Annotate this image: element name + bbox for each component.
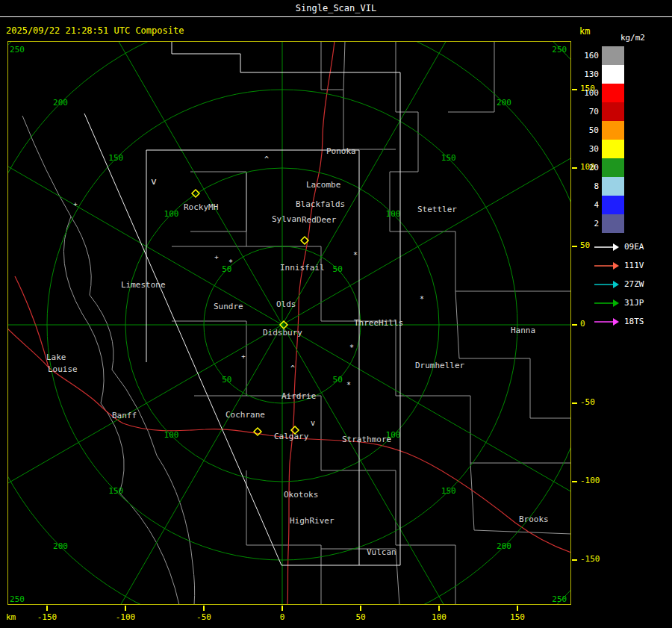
radar-arrow-icon: [593, 261, 620, 270]
town-marker: v: [311, 419, 315, 427]
highway-line: [7, 329, 295, 438]
right-axis-tick-label: -50: [580, 397, 595, 407]
range-ring-label: 200: [53, 541, 68, 551]
city-label: RockyMH: [184, 202, 218, 212]
radar-legend-entry: 111V: [593, 256, 644, 275]
range-ring-label: 250: [10, 594, 25, 604]
range-ring-label: 200: [497, 541, 511, 551]
bottom-axis-tick: [517, 606, 518, 611]
range-ring-label: 250: [552, 45, 567, 55]
range-ring-label: 150: [108, 153, 123, 163]
radar-id-label: 18TS: [624, 317, 644, 326]
right-axis-tick-label: -150: [580, 554, 600, 564]
range-ring-label: 50: [222, 375, 231, 385]
range-ring-label: 100: [164, 430, 179, 440]
colorbar-value-label: 30: [582, 144, 599, 154]
city-label: Blackfalds: [296, 199, 345, 209]
town-marker: *: [228, 258, 233, 267]
colorbar-swatch: [602, 196, 624, 214]
radar-arrow-icon: [593, 243, 620, 252]
radar-id-label: 09EA: [624, 242, 644, 252]
highway-line: [15, 276, 49, 367]
town-marker: *: [346, 381, 351, 389]
town-marker: *: [349, 343, 354, 352]
right-axis-tick: [572, 167, 577, 169]
radar-legend-entry: 31JP: [593, 293, 644, 312]
colorbar-swatch: [602, 177, 624, 196]
right-axis-tick: [572, 89, 577, 90]
city-label: Ponoka: [326, 146, 356, 156]
bottom-axis-tick-label: 50: [344, 612, 377, 622]
bottom-axis-tick: [438, 606, 440, 611]
radar-site-legend: 09EA111V27ZW31JP18TS: [593, 237, 644, 331]
city-label: Innisfail: [280, 263, 325, 273]
city-label: Lacombe: [306, 180, 340, 190]
colorbar-swatch: [602, 46, 624, 65]
colorbar-entry: 130: [582, 65, 624, 84]
range-ring-label: 200: [53, 98, 68, 108]
colorbar-value-label: 130: [582, 69, 599, 79]
radar-viewer-window: Single_Scan_VIL 2025/09/22 21:28:51 UTC …: [0, 0, 672, 628]
colorbar-entry: 8: [582, 177, 624, 196]
colorbar-entry: 4: [582, 196, 624, 214]
right-axis-tick: [572, 481, 577, 482]
range-ring-label: 100: [386, 209, 401, 219]
colorbar-entry: 2: [582, 214, 624, 233]
radar-map-canvas[interactable]: 5050505010010010010015015015015020020020…: [7, 41, 571, 605]
map-area[interactable]: 5050505010010010010015015015015020020020…: [7, 41, 571, 605]
colorbar-value-label: 4: [582, 200, 599, 210]
bottom-axis-tick-label: -150: [31, 612, 63, 622]
bottom-axis-tick: [203, 606, 205, 611]
right-axis-tick-label: 50: [580, 240, 590, 250]
county-boundary: [396, 321, 571, 463]
county-boundary: [455, 291, 571, 418]
colorbar-entry: 160: [582, 46, 624, 65]
highway-line: [295, 438, 571, 553]
county-boundary: [390, 41, 571, 291]
city-label: Okotoks: [284, 490, 318, 500]
right-axis-tick: [572, 246, 577, 247]
bottom-axis-tick: [360, 606, 361, 611]
bottom-axis-tick-label: -50: [187, 612, 220, 622]
colorbar-entry: 30: [582, 140, 624, 158]
right-axis-tick: [572, 402, 577, 404]
city-label: Vulcan: [367, 547, 396, 557]
radar-id-label: 31JP: [624, 298, 644, 308]
colorbar-entry: 100: [582, 84, 624, 102]
colorbar-entry: 20: [582, 158, 624, 177]
bottom-axis-tick-label: -100: [109, 612, 142, 622]
county-boundary: [321, 549, 399, 605]
city-label: Banff: [112, 411, 137, 420]
colorbar-value-label: 100: [582, 88, 599, 98]
radar-arrow-icon: [593, 317, 620, 326]
colorbar-swatch: [602, 158, 624, 177]
colorbar-value-label: 20: [582, 163, 599, 172]
right-axis-tick: [572, 559, 577, 561]
colorbar-swatch: [602, 140, 624, 158]
radar-legend-entry: 18TS: [593, 312, 644, 331]
county-boundary: [246, 172, 396, 321]
town-marker: ^: [290, 364, 295, 373]
colorbar-swatch: [602, 84, 624, 102]
right-axis-tick-label: -100: [580, 476, 600, 485]
bottom-axis-tick-label: 150: [501, 612, 534, 622]
colorbar-value-label: 70: [582, 107, 599, 116]
county-boundary: [343, 41, 345, 90]
colorbar-swatch: [602, 65, 624, 84]
town-marker: ^: [264, 155, 269, 164]
city-label: Didsbury: [263, 328, 302, 338]
range-ring-label: 50: [333, 375, 343, 385]
city-label: Sylvan: [272, 214, 302, 224]
city-label: Brooks: [519, 514, 549, 524]
radar-legend-entry: 09EA: [593, 237, 644, 256]
colorbar-swatch: [602, 214, 624, 233]
town-marker: v: [151, 175, 157, 187]
range-ring-label: 150: [441, 153, 456, 163]
colorbar-unit-label: kg/m2: [602, 33, 645, 43]
town-marker: *: [420, 295, 424, 303]
city-label: Drumheller: [415, 361, 465, 370]
window-title: Single_Scan_VIL: [296, 3, 376, 13]
range-ring-label: 150: [441, 486, 456, 496]
city-label: Stettler: [417, 205, 457, 214]
colorbar-value-label: 2: [582, 219, 599, 228]
